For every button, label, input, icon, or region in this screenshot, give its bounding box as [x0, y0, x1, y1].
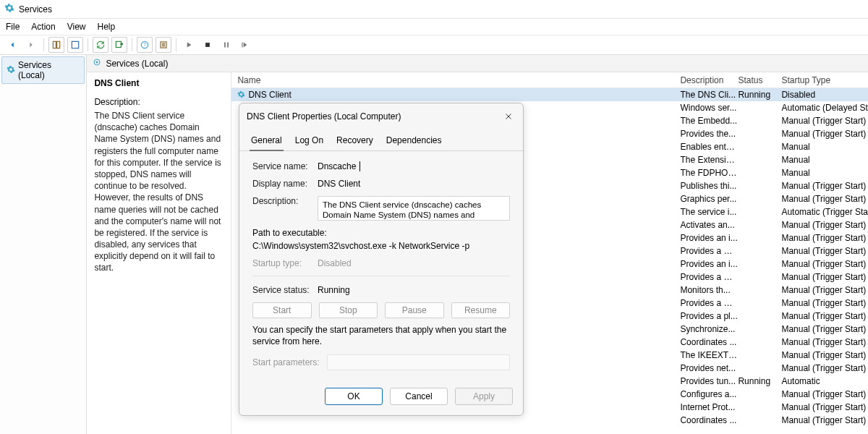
cell-description: Enables ente... — [680, 142, 738, 152]
dialog-tabs: General Log On Recovery Dependencies — [239, 129, 523, 151]
cell-description: Publishes thi... — [680, 181, 738, 191]
toolbar-separator — [88, 38, 88, 51]
cell-startup: Manual — [781, 155, 868, 165]
description-value[interactable]: The DNS Client service (dnscache) caches… — [318, 196, 510, 221]
service-name-label: Service name: — [252, 161, 318, 171]
toolbar-separator — [176, 38, 176, 51]
cell-description: The IKEEXT s... — [680, 350, 738, 360]
cell-startup: Manual — [781, 142, 868, 152]
apply-button[interactable]: Apply — [455, 388, 513, 405]
cell-description: The DNS Cli... — [680, 90, 738, 100]
cell-description: Configures a... — [680, 389, 738, 399]
title-bar: Services — [0, 0, 868, 19]
cell-description: Coordinates ... — [680, 337, 738, 347]
svg-rect-12 — [227, 43, 229, 48]
cell-description: Provides a m... — [680, 298, 738, 308]
nav-services-local[interactable]: Services (Local) — [1, 56, 85, 84]
service-name-value[interactable]: Dnscache — [318, 161, 510, 171]
cell-description: Synchronize... — [680, 324, 738, 334]
forward-button[interactable] — [23, 37, 39, 53]
tab-general[interactable]: General — [250, 132, 284, 151]
start-params-label: Start parameters: — [252, 357, 320, 367]
dialog-title: DNS Client Properties (Local Computer) — [247, 111, 401, 122]
cell-description: Provides an i... — [680, 259, 738, 269]
svg-rect-10 — [205, 43, 210, 47]
cell-startup: Manual (Trigger Start) — [781, 116, 868, 126]
gear-icon — [7, 65, 15, 75]
menu-help[interactable]: Help — [98, 22, 116, 32]
back-button[interactable] — [4, 37, 20, 53]
cell-startup: Manual (Trigger Start) — [781, 233, 868, 243]
restart-service-button[interactable] — [237, 37, 253, 53]
content-header: Services (Local) — [87, 55, 868, 72]
gear-icon — [93, 58, 101, 69]
ok-button[interactable]: OK — [325, 388, 383, 405]
path-value: C:\Windows\system32\svchost.exe -k Netwo… — [252, 241, 510, 251]
cell-startup: Manual (Trigger Start) — [781, 194, 868, 204]
cell-description: Windows ser... — [680, 103, 738, 113]
pause-service-button[interactable] — [218, 37, 234, 53]
menu-action[interactable]: Action — [31, 22, 55, 32]
gear-icon — [237, 90, 245, 100]
cell-startup: Manual (Trigger Start) — [781, 363, 868, 373]
cell-startup: Disabled — [781, 90, 868, 100]
info-desc-label: Description: — [94, 97, 224, 107]
start-button[interactable]: Start — [252, 302, 312, 318]
startup-type-value[interactable]: Disabled — [318, 258, 510, 268]
cell-startup: Manual (Trigger Start) — [781, 311, 868, 321]
properties-button[interactable] — [156, 37, 171, 53]
display-name-value: DNS Client — [318, 179, 510, 189]
col-header-startup[interactable]: Startup Type — [781, 75, 868, 85]
info-title: DNS Client — [94, 78, 224, 88]
help-button[interactable]: ? — [137, 37, 153, 53]
svg-text:?: ? — [143, 42, 146, 47]
cell-startup: Manual (Trigger Start) — [781, 259, 868, 269]
cell-name: DNS Client — [231, 90, 680, 100]
nav-pane: Services (Local) — [0, 55, 87, 434]
export-list-button[interactable] — [111, 37, 127, 53]
menu-view[interactable]: View — [67, 22, 86, 32]
cell-description: Provides net... — [680, 363, 738, 373]
toolbar-button-1[interactable] — [48, 37, 64, 53]
stop-service-button[interactable] — [200, 37, 216, 53]
pause-button[interactable]: Pause — [385, 302, 444, 318]
list-header: Name Description Status Startup Type — [231, 72, 868, 88]
resume-button[interactable]: Resume — [451, 302, 511, 318]
tab-recovery[interactable]: Recovery — [335, 132, 375, 150]
cell-startup: Automatic — [781, 376, 868, 386]
start-params-hint: You can specify the start parameters tha… — [252, 324, 510, 347]
refresh-button[interactable] — [93, 37, 109, 53]
toolbar-button-2[interactable] — [67, 37, 83, 53]
cell-startup: Manual (Trigger Start) — [781, 350, 868, 360]
cell-startup: Manual (Trigger Start) — [781, 285, 868, 295]
cell-startup: Manual (Trigger Start) — [781, 220, 868, 230]
svg-rect-2 — [72, 41, 78, 48]
cell-startup: Manual (Trigger Start) — [781, 389, 868, 399]
nav-entry-label: Services (Local) — [18, 60, 80, 80]
cell-description: The FDPHOS... — [680, 168, 738, 178]
gear-icon — [4, 3, 14, 15]
toolbar-separator — [43, 38, 44, 51]
tab-logon[interactable]: Log On — [294, 132, 325, 150]
menu-file[interactable]: File — [6, 22, 20, 32]
cell-startup: Manual (Trigger Start) — [781, 181, 868, 191]
cell-description: The service i... — [680, 207, 738, 217]
cancel-button[interactable]: Cancel — [390, 388, 448, 405]
cell-description: Monitors th... — [680, 285, 738, 295]
table-row[interactable]: DNS ClientThe DNS Cli...RunningDisabled — [231, 88, 868, 101]
toolbar-separator — [132, 38, 132, 51]
cell-startup: Manual (Trigger Start) — [781, 272, 868, 282]
description-box: The DNS Client service (dnscache) caches… — [318, 196, 510, 221]
col-header-name[interactable]: Name — [231, 75, 680, 85]
cell-startup: Manual (Trigger Start) — [781, 129, 868, 139]
start-service-button[interactable] — [181, 37, 197, 53]
cell-startup: Manual (Trigger Start) — [781, 402, 868, 412]
stop-button[interactable]: Stop — [319, 302, 378, 318]
col-header-description[interactable]: Description — [680, 75, 738, 85]
svg-rect-13 — [242, 43, 242, 48]
col-header-status[interactable]: Status — [738, 75, 781, 85]
close-button[interactable] — [501, 109, 516, 124]
tab-dependencies[interactable]: Dependencies — [385, 132, 443, 150]
start-params-input[interactable] — [327, 354, 510, 370]
cell-startup: Manual (Trigger Start) — [781, 246, 868, 256]
